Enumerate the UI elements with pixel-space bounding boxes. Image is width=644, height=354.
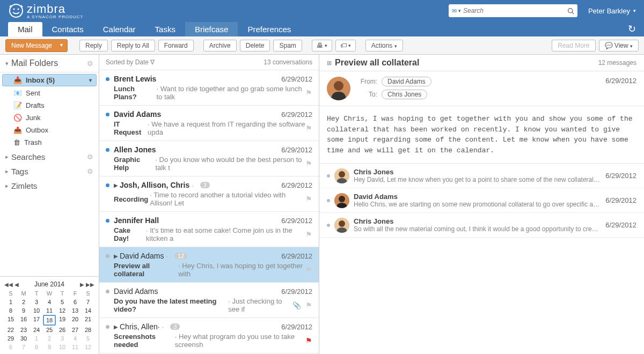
- expand-icon[interactable]: ⊞: [327, 60, 332, 67]
- cal-day[interactable]: 22: [4, 326, 17, 334]
- tag-button[interactable]: 🏷▾: [335, 40, 356, 51]
- cal-day[interactable]: 5: [82, 334, 94, 343]
- thread-expand-icon[interactable]: ▶: [114, 253, 118, 259]
- cal-day[interactable]: 10: [56, 343, 69, 351]
- gear-icon[interactable]: ⚙: [87, 153, 93, 161]
- conversation-item[interactable]: David Adams6/29/2012IT Request · We have…: [99, 106, 319, 141]
- reply-button[interactable]: Reply: [79, 40, 108, 51]
- cal-day[interactable]: 6: [4, 343, 17, 351]
- cal-day[interactable]: 17: [30, 315, 43, 326]
- cal-day[interactable]: 8: [4, 306, 17, 315]
- cal-day[interactable]: 2: [43, 334, 56, 343]
- tab-contacts[interactable]: Contacts: [42, 22, 93, 36]
- folder-trash[interactable]: 🗑Trash: [0, 136, 99, 149]
- conversation-item[interactable]: Allen Jones6/29/2012Graphic Help · Do yo…: [99, 141, 319, 176]
- gear-icon[interactable]: ⚙: [87, 60, 93, 68]
- tab-tasks[interactable]: Tasks: [145, 22, 185, 36]
- section-tags[interactable]: Tags⚙: [0, 164, 99, 179]
- actions-button[interactable]: Actions ▾: [365, 40, 403, 51]
- cal-day[interactable]: 21: [82, 315, 94, 326]
- folder-outbox[interactable]: 📤Outbox: [0, 124, 99, 136]
- cal-day[interactable]: 7: [82, 298, 94, 306]
- cal-day[interactable]: 1: [30, 334, 43, 343]
- cal-day[interactable]: 5: [56, 298, 69, 306]
- cal-day[interactable]: 30: [17, 334, 30, 343]
- user-menu[interactable]: Peter Barkley ▾: [588, 7, 636, 15]
- cal-day[interactable]: 9: [17, 306, 30, 315]
- cal-day[interactable]: 25: [43, 326, 56, 334]
- cal-day[interactable]: 27: [69, 326, 82, 334]
- folder-sent[interactable]: 📧Sent: [0, 87, 99, 99]
- flag-icon[interactable]: ⚑: [305, 159, 312, 168]
- cal-day[interactable]: 20: [69, 315, 82, 326]
- cal-day[interactable]: 7: [17, 343, 30, 351]
- cal-day[interactable]: 4: [43, 298, 56, 306]
- cal-day[interactable]: 6: [69, 298, 82, 306]
- spam-button[interactable]: Spam: [273, 40, 302, 51]
- tab-calendar[interactable]: Calendar: [93, 22, 145, 36]
- tab-briefcase[interactable]: Briefcase: [185, 22, 238, 36]
- flag-icon[interactable]: ⚑: [305, 230, 312, 239]
- cal-day[interactable]: 12: [82, 343, 94, 351]
- flag-icon[interactable]: ⚑: [305, 266, 312, 274]
- delete-button[interactable]: Delete: [240, 40, 270, 51]
- section-zimlets[interactable]: Zimlets: [0, 179, 99, 193]
- mail-scope-icon[interactable]: ✉: [452, 8, 457, 14]
- search-box[interactable]: ✉ ▾: [449, 4, 577, 17]
- new-message-button[interactable]: New Message: [5, 39, 68, 52]
- search-icon[interactable]: [567, 8, 574, 14]
- cal-day[interactable]: 3: [56, 334, 69, 343]
- print-button[interactable]: 🖶▾: [312, 40, 332, 51]
- cal-day[interactable]: 10: [30, 306, 43, 315]
- view-button[interactable]: 💬 View ▾: [599, 40, 639, 51]
- reply-item[interactable]: Chris JonesHey David, Let me know when y…: [319, 164, 644, 188]
- cal-day[interactable]: 9: [43, 343, 56, 351]
- folder-drafts[interactable]: 📝Drafts: [0, 99, 99, 112]
- cal-day[interactable]: 13: [69, 306, 82, 315]
- cal-day[interactable]: 12: [56, 306, 69, 315]
- conversation-item[interactable]: ▶Josh, Allison, Chris · 36/29/2012Record…: [99, 176, 319, 212]
- cal-day[interactable]: 18: [43, 315, 56, 326]
- cal-day[interactable]: 14: [82, 306, 94, 315]
- cal-day[interactable]: 23: [17, 326, 30, 334]
- conversation-item[interactable]: Brent Lewis6/29/2012Lunch Plans? · Want …: [99, 70, 319, 106]
- cal-day[interactable]: 26: [56, 326, 69, 334]
- thread-expand-icon[interactable]: ▶: [114, 182, 118, 188]
- thread-expand-icon[interactable]: ▶: [114, 324, 118, 330]
- conversation-item[interactable]: Jennifer Hall6/29/2012Cake Day! · It's t…: [99, 212, 319, 247]
- folder-junk[interactable]: 🚫Junk: [0, 112, 99, 124]
- read-more-button[interactable]: Read More: [552, 40, 595, 51]
- cal-day[interactable]: 24: [30, 326, 43, 334]
- cal-day[interactable]: 19: [56, 315, 69, 326]
- cal-day[interactable]: 29: [4, 334, 17, 343]
- reply-all-button[interactable]: Reply to All: [111, 40, 155, 51]
- section-searches[interactable]: Searches⚙: [0, 150, 99, 164]
- cal-day[interactable]: 8: [30, 343, 43, 351]
- conversation-item[interactable]: David Adams6/29/2012Do you have the late…: [99, 283, 319, 318]
- cal-day[interactable]: 28: [82, 326, 94, 334]
- refresh-icon[interactable]: ↻: [628, 23, 636, 35]
- conversation-item[interactable]: ▶Chris, Allen· · 36/29/2012Screenshots n…: [99, 318, 319, 353]
- cal-day[interactable]: 3: [30, 298, 43, 306]
- gear-icon[interactable]: ⚙: [87, 167, 93, 175]
- cal-day[interactable]: 11: [69, 343, 82, 351]
- reply-item[interactable]: Chris JonesSo with all the new material …: [319, 213, 644, 238]
- reply-item[interactable]: David AdamsHello Chris, we are starting …: [319, 188, 644, 213]
- from-chip[interactable]: David Adams: [382, 77, 431, 86]
- flag-icon[interactable]: ⚑: [305, 88, 312, 97]
- cal-day[interactable]: 15: [4, 315, 17, 326]
- cal-day[interactable]: 1: [4, 298, 17, 306]
- flag-icon[interactable]: ⚑: [305, 195, 312, 203]
- sort-label[interactable]: Sorted by Date ∇: [106, 58, 155, 66]
- archive-button[interactable]: Archive: [203, 40, 237, 51]
- cal-day[interactable]: 16: [17, 315, 30, 326]
- flag-icon[interactable]: ⚑: [305, 336, 312, 345]
- forward-button[interactable]: Forward: [158, 40, 194, 51]
- cal-day[interactable]: 2: [17, 298, 30, 306]
- tab-preferences[interactable]: Preferences: [238, 22, 301, 36]
- mail-folders-header[interactable]: Mail Folders ⚙: [0, 55, 99, 72]
- cal-prev[interactable]: ◀◀ ◀: [4, 282, 19, 287]
- to-chip[interactable]: Chris Jones: [382, 90, 427, 99]
- cal-day[interactable]: 4: [69, 334, 82, 343]
- cal-day[interactable]: 11: [43, 306, 56, 315]
